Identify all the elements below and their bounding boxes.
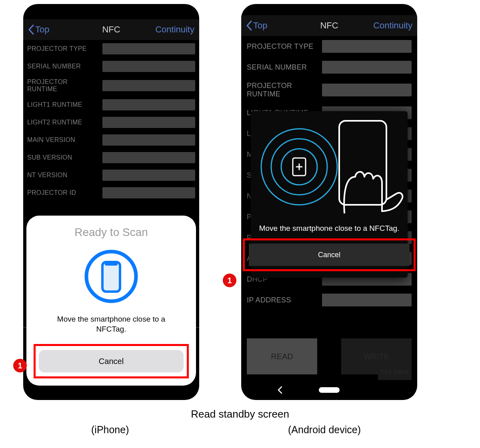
field-label: PROJECTOR TYPE [27, 45, 99, 52]
read-label: READ [271, 352, 293, 361]
back-label: Top [35, 24, 49, 35]
field-value [102, 43, 195, 54]
cancel-highlight-box: Cancel [34, 344, 189, 378]
chevron-left-icon [246, 20, 252, 31]
fields-list-ios: PROJECTOR TYPE SERIAL NUMBER PROJECTOR R… [23, 40, 199, 202]
field-value [102, 99, 195, 110]
svg-rect-7 [339, 121, 386, 205]
write-label: WRITE [364, 352, 389, 361]
field-row: PROJECTOR RUNTIME [23, 75, 199, 96]
field-value [322, 84, 412, 96]
page-title: NFC [102, 24, 120, 35]
field-row: SERIAL NUMBER [23, 58, 199, 75]
field-row: LIGHT2 RUNTIME [23, 114, 199, 131]
nfc-phone-icon [34, 248, 189, 304]
back-button[interactable]: Top [246, 20, 267, 31]
field-value [102, 134, 195, 146]
continuity-link[interactable]: Continuity [155, 24, 194, 35]
field-label: PROJECTOR TYPE [247, 42, 319, 51]
scan-instruction: Move the smartphone close to a NFCTag. [251, 224, 408, 233]
field-label: LIGHT2 RUNTIME [27, 119, 99, 126]
field-label: SERIAL NUMBER [247, 63, 319, 72]
cancel-button[interactable]: Cancel [39, 350, 184, 372]
txt-save-button[interactable]: TXT SAVE [378, 364, 412, 380]
iphone-frame: Top NFC Continuity PROJECTOR TYPE SERIAL… [23, 4, 199, 400]
field-row: MAIN VERSION [23, 131, 199, 149]
header-ios: Top NFC Continuity [23, 19, 199, 40]
field-row: LIGHT1 RUNTIME [23, 96, 199, 114]
field-value [322, 40, 412, 53]
cancel-button[interactable]: Cancel [249, 244, 410, 266]
txt-save-label: TXT SAVE [380, 368, 409, 375]
field-row: PROJECTOR TYPE [241, 36, 417, 57]
field-label: PROJECTOR ID [27, 189, 99, 196]
chevron-left-icon [28, 24, 34, 35]
field-label: LIGHT1 RUNTIME [27, 101, 99, 108]
field-row: SUB VERSION [23, 149, 199, 166]
field-value [102, 187, 195, 198]
nfc-illustration-icon [251, 111, 408, 224]
cancel-label: Cancel [99, 357, 124, 366]
read-button[interactable]: READ [247, 338, 317, 374]
caption-android: (Android device) [288, 424, 361, 436]
field-value [322, 61, 412, 74]
field-row: SERIAL NUMBER [241, 57, 417, 78]
header-android: Top NFC Continuity [241, 15, 417, 36]
callout-number: 1 [18, 361, 22, 370]
field-row: IP ADDRESS [241, 290, 417, 310]
page-title: NFC [320, 20, 338, 31]
field-label: PROJECTOR RUNTIME [247, 82, 319, 98]
field-value [322, 294, 412, 306]
field-value [102, 61, 195, 72]
cancel-label: Cancel [318, 251, 340, 259]
nav-back-icon[interactable] [277, 386, 283, 394]
cancel-highlight-box: Cancel [243, 238, 416, 271]
android-frame: Top NFC Continuity PROJECTOR TYPE SERIAL… [241, 4, 417, 400]
field-row: PROJECTOR ID [23, 184, 199, 202]
android-navbar [241, 384, 417, 396]
nfc-scan-sheet-ios: Ready to Scan Move the smartphone close … [26, 216, 196, 386]
svg-rect-2 [105, 262, 118, 266]
continuity-link[interactable]: Continuity [373, 20, 412, 31]
field-row: PROJECTOR RUNTIME [241, 78, 417, 102]
callout-number: 1 [227, 276, 232, 285]
field-label: MAIN VERSION [27, 136, 99, 144]
field-label: PROJECTOR RUNTIME [27, 78, 99, 93]
field-value [102, 152, 195, 163]
field-value [102, 117, 195, 128]
field-row: PROJECTOR TYPE [23, 40, 199, 58]
field-value [102, 80, 195, 91]
field-label: NT VERSION [27, 172, 99, 179]
scan-instruction: Move the smartphone close to a NFCTag. [46, 314, 177, 334]
callout-badge: 1 [13, 359, 27, 372]
field-row: NT VERSION [23, 166, 199, 184]
field-value [102, 170, 195, 181]
caption-iphone: (iPhone) [91, 424, 129, 436]
field-label: SERIAL NUMBER [27, 63, 99, 70]
back-label: Top [253, 20, 267, 31]
nav-home-pill[interactable] [319, 387, 340, 393]
svg-rect-1 [102, 262, 120, 292]
scan-title: Ready to Scan [34, 226, 189, 239]
back-button[interactable]: Top [28, 24, 49, 35]
field-label: IP ADDRESS [247, 296, 319, 304]
field-label: SUB VERSION [27, 154, 99, 161]
nfc-scan-dialog-android: Move the smartphone close to a NFCTag. C… [251, 111, 408, 278]
callout-badge: 1 [223, 274, 236, 287]
caption-main: Read standby screen [0, 408, 480, 420]
